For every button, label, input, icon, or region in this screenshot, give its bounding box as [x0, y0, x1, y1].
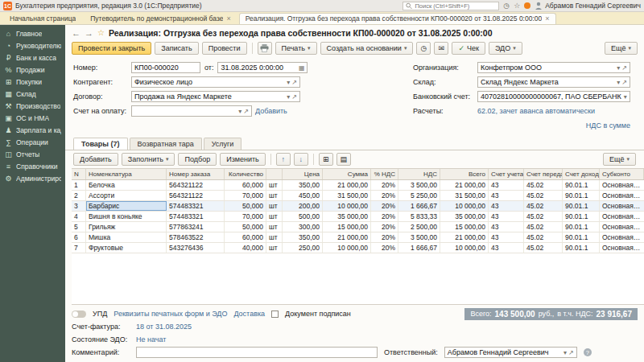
table-more-button[interactable]: Ещё▾: [603, 153, 636, 166]
post-and-close-button[interactable]: Провести и закрыть: [72, 42, 151, 55]
table-row[interactable]: 7 Фруктовые 543276436 40,000 шт 250,00 1…: [72, 243, 644, 253]
search-input[interactable]: [415, 2, 496, 10]
user-menu[interactable]: Абрамов Геннадий Сергеевич: [535, 2, 641, 10]
sidebar-item[interactable]: ⚒ Производство: [0, 100, 65, 112]
responsible-field[interactable]: Абрамов Геннадий Сергеевич ▾↗: [444, 347, 577, 358]
chevron-down-icon[interactable]: ▾: [617, 79, 620, 86]
tab-goods[interactable]: Товары (7): [73, 138, 128, 150]
copy-row-button[interactable]: ⊞: [319, 153, 333, 166]
column-header-vat[interactable]: НДС: [398, 169, 440, 179]
edo-state-link[interactable]: Не начат: [136, 335, 166, 343]
sidebar-item[interactable]: ⌂ Главное: [0, 27, 65, 39]
column-header-unit[interactable]: [266, 169, 283, 179]
history-icon[interactable]: ◷: [503, 2, 510, 10]
open-icon[interactable]: ↗: [629, 93, 630, 101]
tab-home[interactable]: Начальная страница: [3, 13, 82, 24]
chevron-down-icon[interactable]: ▾: [238, 108, 242, 115]
bank-account-field[interactable]: 40702810000000000067, ПАО СБЕРБАНК ▾↗: [477, 91, 630, 102]
sidebar-item[interactable]: ◫ Отчеты: [0, 148, 65, 160]
column-header-order-number[interactable]: Номер заказа: [167, 169, 225, 179]
save-button[interactable]: Записать: [155, 42, 198, 55]
favorite-star-icon[interactable]: ☆: [97, 29, 105, 37]
global-search[interactable]: [402, 2, 499, 10]
column-header-income-account[interactable]: Счет доходов: [563, 169, 600, 179]
add-row-button[interactable]: Добавить: [73, 153, 118, 166]
edo-button[interactable]: ЭДО▾: [489, 42, 522, 55]
table-row[interactable]: 3 Барбарис 574483321 50,000 шт 200,00 10…: [72, 201, 644, 212]
invoice-link[interactable]: 18 от 31.08.2025: [136, 323, 192, 331]
table-empty-area[interactable]: [72, 253, 644, 305]
column-header-quantity[interactable]: Количество: [225, 169, 266, 179]
warehouse-field[interactable]: Склад Яндекс Маркета ▾↗: [477, 76, 630, 88]
open-icon[interactable]: ↗: [568, 349, 574, 356]
print-forms-requisites-link[interactable]: Реквизиты печатных форм и ЭДО: [114, 310, 227, 318]
notifications-icon[interactable]: [524, 2, 530, 9]
print-menu-button[interactable]: Печать▾: [275, 42, 317, 55]
pick-button[interactable]: Подбор: [178, 153, 217, 166]
sidebar-item[interactable]: ◔ Руководителю: [0, 39, 65, 51]
table-row[interactable]: 4 Вишня в коньяке 574483321 70,000 шт 50…: [72, 212, 644, 222]
sidebar-item[interactable]: ⚙ Администрирование: [0, 172, 65, 184]
sidebar-item[interactable]: ♟ Зарплата и кадры: [0, 124, 65, 136]
favorites-star-icon[interactable]: ☆: [514, 2, 520, 10]
move-up-button[interactable]: ↑: [276, 153, 291, 166]
table-row[interactable]: 5 Грильяж 577863241 50,000 шт 300,00 15 …: [72, 222, 644, 232]
fill-button[interactable]: Заполнить▾: [122, 153, 175, 166]
column-header-n[interactable]: N: [72, 169, 86, 179]
close-icon[interactable]: ×: [226, 14, 230, 23]
sidebar-item[interactable]: ≡ Справочники: [0, 160, 65, 172]
tab-document[interactable]: Реализация. Отгрузка без перехода права …: [239, 13, 556, 24]
sidebar-item[interactable]: ▦ Склад: [0, 88, 65, 100]
payment-invoice-field[interactable]: ▾↗: [131, 105, 252, 117]
column-header-nomenclature[interactable]: Номенклатура: [86, 169, 167, 179]
history-icon-button[interactable]: ◷: [416, 42, 431, 55]
column-header-sum[interactable]: Сумма: [323, 169, 371, 179]
sidebar-item[interactable]: ∑ Операции: [0, 136, 65, 148]
chevron-down-icon[interactable]: ▾: [287, 79, 290, 86]
chevron-down-icon[interactable]: ▾: [564, 349, 567, 356]
upd-toggle[interactable]: [72, 311, 86, 318]
chevron-down-icon[interactable]: ▾: [287, 93, 290, 101]
open-icon[interactable]: ↗: [243, 108, 249, 115]
comment-field[interactable]: [136, 347, 378, 358]
mail-icon-button[interactable]: ✉: [434, 42, 448, 55]
sidebar-item[interactable]: ▣ ОС и НМА: [0, 112, 65, 124]
move-down-button[interactable]: ↓: [294, 153, 308, 166]
open-icon[interactable]: ↗: [291, 93, 297, 101]
tab-returnable-tare[interactable]: Возвратная тара: [130, 138, 202, 150]
number-field[interactable]: КП00-000020: [131, 62, 200, 73]
contract-field[interactable]: Продажа на Яндекс Маркете ▾↗: [131, 91, 300, 102]
print-icon-button[interactable]: [258, 42, 272, 55]
table-row[interactable]: 6 Мишка 578463522 60,000 шт 350,00 21 00…: [72, 232, 644, 243]
settlements-link[interactable]: 62.02, зачет аванса автоматически: [477, 107, 595, 115]
column-header-account[interactable]: Счет учета: [489, 169, 524, 179]
column-header-subconto[interactable]: Субконто: [600, 169, 644, 179]
add-invoice-link[interactable]: Добавить: [255, 107, 287, 115]
receipt-button[interactable]: ✓ Чек: [452, 42, 485, 55]
open-icon[interactable]: ↗: [291, 79, 297, 86]
sidebar-item[interactable]: % Продажи: [0, 64, 65, 76]
column-header-total[interactable]: Всего: [440, 169, 489, 179]
open-icon[interactable]: ↗: [621, 79, 627, 86]
column-header-transfer-account[interactable]: Счет передачи: [524, 169, 563, 179]
tab-guide[interactable]: Путеводитель по демонстрационной базе ×: [84, 13, 237, 24]
counterparty-field[interactable]: Физическое лицо ▾↗: [131, 76, 300, 88]
open-icon[interactable]: ↗: [621, 64, 627, 72]
list-settings-button[interactable]: ▤: [336, 153, 351, 166]
column-header-price[interactable]: Цена: [283, 169, 323, 179]
tab-services[interactable]: Услуги: [204, 138, 242, 150]
edit-button[interactable]: Изменить: [220, 153, 266, 166]
column-header-vat-percent[interactable]: % НДС: [371, 169, 398, 179]
more-button[interactable]: Ещё▾: [605, 42, 638, 55]
forward-icon[interactable]: →: [85, 29, 93, 38]
document-signed-checkbox[interactable]: [271, 311, 279, 318]
table-row[interactable]: 2 Ассорти 564321122 70,000 шт 450,00 31 …: [72, 191, 644, 201]
date-field[interactable]: 31.08.2025 0:00:00 ▦: [217, 62, 308, 73]
chevron-down-icon[interactable]: ▾: [624, 93, 627, 101]
create-based-on-button[interactable]: Создать на основании▾: [320, 42, 414, 55]
organization-field[interactable]: Конфетпром ООО ▾↗: [477, 62, 630, 73]
calendar-icon[interactable]: ▦: [299, 64, 305, 72]
vat-mode-link[interactable]: НДС в сумме: [586, 121, 630, 130]
chevron-down-icon[interactable]: ▾: [617, 64, 620, 72]
help-icon[interactable]: ?: [584, 348, 592, 356]
